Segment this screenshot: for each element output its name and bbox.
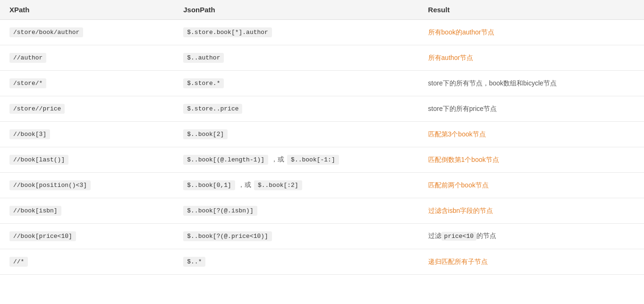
xpath-cell: //book[price<10] [0, 224, 174, 249]
result-text: 匹配前两个book节点 [428, 181, 489, 189]
table-row: /store//price$.store..pricestore下的所有pric… [0, 96, 644, 122]
result-cell: 所有author节点 [419, 45, 644, 71]
table-row: //book[3]$..book[2]匹配第3个book节点 [0, 122, 644, 147]
xpath-code: //book[last()] [9, 155, 68, 165]
comparison-table: XPath JsonPath Result /store/book/author… [0, 0, 644, 275]
result-text: 匹配倒数第1个book节点 [428, 156, 499, 163]
jsonpath-cell: $.store.* [174, 71, 418, 96]
result-text: 匹配第3个book节点 [428, 130, 486, 138]
xpath-code: //book[3] [9, 129, 50, 139]
xpath-code: //book[position()<3] [9, 180, 91, 190]
xpath-code: /store/book/author [9, 27, 83, 37]
result-text: 所有author节点 [428, 54, 474, 61]
jsonpath-cell: $..book[(@.length-1)] ，或 $..book[-1:] [174, 147, 418, 173]
header-result: Result [419, 0, 644, 20]
result-code: price<10 [441, 232, 476, 241]
jsonpath-separator: ，或 [271, 155, 284, 164]
xpath-cell: //book[isbn] [0, 198, 174, 224]
result-cell: 匹配前两个book节点 [419, 173, 644, 198]
jsonpath-code: $..book[2] [183, 129, 228, 139]
xpath-cell: /store/book/author [0, 20, 174, 45]
table-row: //book[last()]$..book[(@.length-1)] ，或 $… [0, 147, 644, 173]
xpath-code: /store/* [9, 78, 46, 88]
result-text: 递归匹配所有子节点 [428, 258, 488, 265]
result-text: 过滤 [428, 232, 441, 239]
jsonpath-code-part2: $..book[-1:] [287, 155, 339, 165]
result-text: store下的所有节点，book数组和bicycle节点 [428, 79, 557, 87]
xpath-cell: /store/* [0, 71, 174, 96]
result-cell: store下的所有节点，book数组和bicycle节点 [419, 71, 644, 96]
xpath-cell: /store//price [0, 96, 174, 122]
jsonpath-code: $..* [183, 257, 205, 267]
result-cell: 匹配倒数第1个book节点 [419, 147, 644, 173]
jsonpath-cell: $..book[0,1] ，或 $..book[:2] [174, 173, 418, 198]
xpath-cell: //author [0, 45, 174, 71]
table-row: //book[position()<3]$..book[0,1] ，或 $..b… [0, 173, 644, 198]
jsonpath-cell: $.store..price [174, 96, 418, 122]
jsonpath-cell: $..book[?(@.price<10)] [174, 224, 418, 249]
jsonpath-code-part1: $..book[0,1] [183, 180, 235, 190]
jsonpath-code-part1: $..book[(@.length-1)] [183, 155, 268, 165]
jsonpath-cell: $..book[2] [174, 122, 418, 147]
jsonpath-code: $.store..price [183, 104, 242, 114]
table-row: //book[price<10]$..book[?(@.price<10)]过滤… [0, 224, 644, 249]
xpath-code: /store//price [9, 104, 65, 114]
table-row: /store/*$.store.*store下的所有节点，book数组和bicy… [0, 71, 644, 96]
result-cell: 递归匹配所有子节点 [419, 249, 644, 275]
table-row: /store/book/author$.store.book[*].author… [0, 20, 644, 45]
result-cell: 过滤 price<10 的节点 [419, 224, 644, 249]
xpath-code: //book[price<10] [9, 231, 76, 241]
jsonpath-separator: ，或 [238, 181, 251, 189]
result-cell: 匹配第3个book节点 [419, 122, 644, 147]
result-text: 过滤含isbn字段的节点 [428, 207, 493, 214]
table-row: //*$..*递归匹配所有子节点 [0, 249, 644, 275]
header-jsonpath: JsonPath [174, 0, 418, 20]
jsonpath-code: $..book[?(@.price<10)] [183, 231, 272, 241]
jsonpath-code: $..author [183, 53, 224, 63]
result-cell: 所有book的author节点 [419, 20, 644, 45]
xpath-code: //* [9, 257, 28, 267]
table-row: //author$..author所有author节点 [0, 45, 644, 71]
result-cell: 过滤含isbn字段的节点 [419, 198, 644, 224]
result-text: 所有book的author节点 [428, 28, 494, 36]
jsonpath-cell: $.store.book[*].author [174, 20, 418, 45]
jsonpath-code: $..book[?(@.isbn)] [183, 206, 257, 216]
jsonpath-cell: $..* [174, 249, 418, 275]
result-text: store下的所有price节点 [428, 105, 497, 112]
header-xpath: XPath [0, 0, 174, 20]
jsonpath-code: $.store.* [183, 78, 224, 88]
result-text: 的节点 [476, 232, 496, 239]
jsonpath-cell: $..book[?(@.isbn)] [174, 198, 418, 224]
xpath-cell: //book[position()<3] [0, 173, 174, 198]
xpath-cell: //book[3] [0, 122, 174, 147]
result-cell: store下的所有price节点 [419, 96, 644, 122]
xpath-code: //author [9, 53, 46, 63]
xpath-code: //book[isbn] [9, 206, 61, 216]
xpath-cell: //book[last()] [0, 147, 174, 173]
jsonpath-code-part2: $..book[:2] [254, 180, 302, 190]
jsonpath-cell: $..author [174, 45, 418, 71]
xpath-cell: //* [0, 249, 174, 275]
table-row: //book[isbn]$..book[?(@.isbn)]过滤含isbn字段的… [0, 198, 644, 224]
jsonpath-code: $.store.book[*].author [183, 27, 272, 37]
